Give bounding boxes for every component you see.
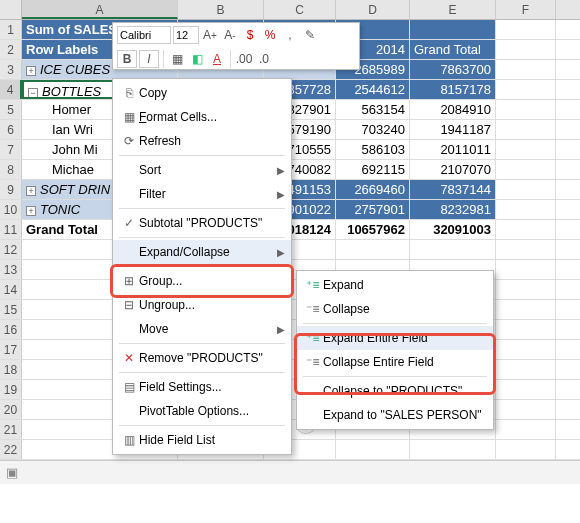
col-header-E[interactable]: E (410, 0, 496, 19)
cell-F3[interactable] (496, 60, 556, 79)
cell-E8[interactable]: 2107070 (410, 160, 496, 179)
row-header-11[interactable]: 11 (0, 220, 22, 239)
row-header-22[interactable]: 22 (0, 440, 22, 459)
cell-E7[interactable]: 2011011 (410, 140, 496, 159)
italic-button[interactable]: I (139, 50, 159, 68)
col-header-A[interactable]: A (22, 0, 178, 19)
cell-F5[interactable] (496, 100, 556, 119)
cell-F9[interactable] (496, 180, 556, 199)
row-header-6[interactable]: 6 (0, 120, 22, 139)
row-header-14[interactable]: 14 (0, 280, 22, 299)
comma-icon[interactable]: , (281, 26, 299, 44)
row-header-21[interactable]: 21 (0, 420, 22, 439)
row-header-16[interactable]: 16 (0, 320, 22, 339)
ctx-ungroup[interactable]: ⊟Ungroup... (113, 293, 291, 317)
decrease-font-icon[interactable]: A- (221, 26, 239, 44)
row-header-17[interactable]: 17 (0, 340, 22, 359)
ctx-sort[interactable]: Sort▶ (113, 158, 291, 182)
sub-expand-to[interactable]: Expand to "SALES PERSON" (297, 403, 493, 427)
ctx-field-settings[interactable]: ▤Field Settings... (113, 375, 291, 399)
cell-F2[interactable] (496, 40, 556, 59)
row-header-7[interactable]: 7 (0, 140, 22, 159)
cell-F1[interactable] (496, 20, 556, 39)
row-header-9[interactable]: 9 (0, 180, 22, 199)
ctx-refresh[interactable]: ⟳Refresh (113, 129, 291, 153)
row-header-18[interactable]: 18 (0, 360, 22, 379)
ctx-expand-collapse[interactable]: Expand/Collapse▶ (113, 240, 291, 264)
sub-collapse-entire-field[interactable]: ⁻≡Collapse Entire Field (297, 350, 493, 374)
cell-D9[interactable]: 2669460 (336, 180, 410, 199)
cell-E3[interactable]: 7863700 (410, 60, 496, 79)
sub-collapse[interactable]: ⁻≡Collapse (297, 297, 493, 321)
row-header-2[interactable]: 2 (0, 40, 22, 59)
col-header-C[interactable]: C (264, 0, 336, 19)
bold-button[interactable]: B (117, 50, 137, 68)
ctx-remove[interactable]: ✕Remove "PRODUCTS" (113, 346, 291, 370)
row-header-8[interactable]: 8 (0, 160, 22, 179)
sub-expand[interactable]: ⁺≡Expand (297, 273, 493, 297)
check-icon: ✓ (119, 216, 139, 230)
ctx-pivottable-options[interactable]: PivotTable Options... (113, 399, 291, 423)
cell-F4[interactable] (496, 80, 556, 99)
record-macro-icon[interactable]: ▣ (6, 465, 18, 480)
cell-D6[interactable]: 703240 (336, 120, 410, 139)
borders-icon[interactable]: ▦ (168, 50, 186, 68)
ctx-subtotal[interactable]: ✓Subtotal "PRODUCTS" (113, 211, 291, 235)
increase-decimal-icon[interactable]: .0 (255, 50, 273, 68)
cell-D11[interactable]: 10657962 (336, 220, 410, 239)
row-header-15[interactable]: 15 (0, 300, 22, 319)
ctx-hide-field-list[interactable]: ▥Hide Field List (113, 428, 291, 452)
cell-F11[interactable] (496, 220, 556, 239)
format-painter-icon[interactable]: ✎ (301, 26, 319, 44)
cell-D4[interactable]: 2544612 (336, 80, 410, 99)
ctx-group[interactable]: ⊞Group... (113, 269, 291, 293)
font-select[interactable] (117, 26, 171, 44)
row-header-20[interactable]: 20 (0, 400, 22, 419)
row-header-4[interactable]: 4 (0, 80, 22, 99)
ctx-move[interactable]: Move▶ (113, 317, 291, 341)
row-header-19[interactable]: 19 (0, 380, 22, 399)
sub-collapse-to[interactable]: Collapse to "PRODUCTS" (297, 379, 493, 403)
ctx-copy[interactable]: ⎘Copy (113, 81, 291, 105)
collapse-icon[interactable]: − (28, 88, 38, 98)
cell-F10[interactable] (496, 200, 556, 219)
row-header-3[interactable]: 3 (0, 60, 22, 79)
row-header-10[interactable]: 10 (0, 200, 22, 219)
percent-icon[interactable]: % (261, 26, 279, 44)
row-header-5[interactable]: 5 (0, 100, 22, 119)
cell-E6[interactable]: 1941187 (410, 120, 496, 139)
cell-D10[interactable]: 2757901 (336, 200, 410, 219)
cell-D5[interactable]: 563154 (336, 100, 410, 119)
col-header-B[interactable]: B (178, 0, 264, 19)
increase-font-icon[interactable]: A+ (201, 26, 219, 44)
cell-D8[interactable]: 692115 (336, 160, 410, 179)
cell-E11[interactable]: 32091003 (410, 220, 496, 239)
dollar-icon[interactable]: $ (241, 26, 259, 44)
ctx-filter[interactable]: Filter▶ (113, 182, 291, 206)
row-header-13[interactable]: 13 (0, 260, 22, 279)
expand-icon[interactable]: + (26, 206, 36, 216)
cell-E4[interactable]: 8157178 (410, 80, 496, 99)
cell-E9[interactable]: 7837144 (410, 180, 496, 199)
cell-E1[interactable] (410, 20, 496, 39)
decrease-decimal-icon[interactable]: .00 (235, 50, 253, 68)
font-color-icon[interactable]: A (208, 50, 226, 68)
cell-E10[interactable]: 8232981 (410, 200, 496, 219)
fill-color-icon[interactable]: ◧ (188, 50, 206, 68)
cell-E5[interactable]: 2084910 (410, 100, 496, 119)
cell-D7[interactable]: 586103 (336, 140, 410, 159)
cell-F7[interactable] (496, 140, 556, 159)
font-size-select[interactable] (173, 26, 199, 44)
select-all-corner[interactable] (0, 0, 22, 19)
expand-icon[interactable]: + (26, 66, 36, 76)
expand-icon[interactable]: + (26, 186, 36, 196)
cell-F6[interactable] (496, 120, 556, 139)
row-header-1[interactable]: 1 (0, 20, 22, 39)
cell-E2[interactable]: Grand Total (410, 40, 496, 59)
row-header-12[interactable]: 12 (0, 240, 22, 259)
cell-F8[interactable] (496, 160, 556, 179)
col-header-D[interactable]: D (336, 0, 410, 19)
sub-expand-entire-field[interactable]: ⁺≡Expand Entire Field (297, 326, 493, 350)
ctx-format-cells[interactable]: ▦FFormat Cells...ormat Cells... (113, 105, 291, 129)
col-header-F[interactable]: F (496, 0, 556, 19)
